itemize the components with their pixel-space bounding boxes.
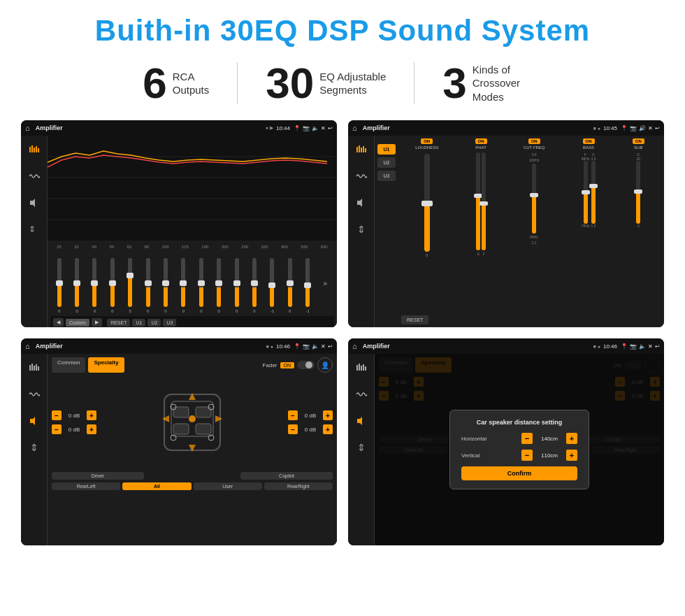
vol-right-front-minus[interactable]: −	[288, 410, 298, 420]
vol-right-rear-plus[interactable]: +	[323, 424, 333, 434]
eq-slider-10[interactable]: 0	[235, 258, 239, 313]
preset-u3[interactable]: U3	[377, 171, 396, 181]
car-svg	[154, 380, 231, 464]
sidebar-eq-icon-4[interactable]	[353, 359, 370, 376]
play-dot-4: ■ ●	[593, 344, 600, 349]
fader-person-icon[interactable]: 👤	[317, 357, 333, 373]
eq-u3-btn[interactable]: U3	[163, 319, 176, 327]
vol-left-front-minus[interactable]: −	[52, 410, 62, 420]
sidebar-speaker-icon-3[interactable]	[26, 413, 43, 429]
sidebar-eq-icon[interactable]	[26, 141, 43, 158]
btn-driver[interactable]: Driver	[52, 472, 144, 480]
sidebar-eq-icon-3[interactable]	[26, 359, 43, 376]
btn-rearleft[interactable]: RearLeft	[52, 482, 120, 490]
vol-left-rear-plus[interactable]: +	[87, 424, 96, 434]
eq-slider-7[interactable]: 0	[181, 258, 185, 313]
stat-eq: 30 EQ AdjustableSegments	[238, 62, 414, 105]
phat-slider-f[interactable]	[482, 152, 486, 250]
horizontal-minus[interactable]: −	[521, 433, 533, 444]
eq-next-btn[interactable]: ▶	[92, 318, 102, 327]
sidebar-wave-icon-4[interactable]	[353, 386, 370, 403]
phat-on[interactable]: ON	[475, 138, 487, 144]
eq-slider-0[interactable]: 0	[57, 258, 62, 313]
tab-common[interactable]: Common	[52, 357, 85, 373]
horizontal-plus[interactable]: +	[566, 433, 577, 444]
eq-slider-11[interactable]: 0	[252, 258, 257, 313]
vol-right-front-plus[interactable]: +	[323, 410, 333, 420]
play-dot-1: ● ▶	[266, 125, 273, 131]
eq-slider-3[interactable]: 0	[110, 258, 115, 313]
eq-u2-btn[interactable]: U2	[147, 319, 161, 327]
eq-slider-6[interactable]: 0	[164, 258, 168, 313]
sidebar-wave-icon-3[interactable]	[26, 386, 43, 403]
eq-slider-13[interactable]: 0	[288, 258, 292, 313]
btn-copilot[interactable]: Copilot	[240, 472, 333, 480]
btn-user[interactable]: User	[194, 482, 262, 490]
cutfreq-slider[interactable]	[532, 164, 536, 234]
vol-left-rear-minus[interactable]: −	[52, 424, 62, 434]
sidebar-speaker-icon-4[interactable]	[353, 413, 370, 429]
play-dot-3: ■ ●	[266, 344, 273, 349]
eq-slider-2[interactable]: 0	[92, 258, 96, 313]
sub-on[interactable]: ON	[633, 138, 644, 144]
eq-slider-1[interactable]: 0	[75, 258, 79, 313]
home-icon-2[interactable]: ⌂	[352, 124, 357, 132]
eq-slider-4[interactable]: 5	[128, 258, 132, 313]
sidebar-2: ⇕	[348, 136, 375, 327]
app-title-1: Amplifier	[36, 124, 263, 131]
eq-slider-12[interactable]: -1	[270, 258, 274, 313]
tab-specialty[interactable]: Specialty	[88, 357, 124, 373]
fader-label: Fader	[263, 362, 277, 368]
svg-rect-12	[356, 147, 358, 152]
fader-on-toggle[interactable]: ON	[280, 362, 295, 368]
btn-rearright[interactable]: RearRight	[264, 482, 333, 490]
eq-slider-expand[interactable]: »	[324, 280, 328, 287]
fader-slider-mini[interactable]	[297, 361, 315, 369]
stat-crossover-number: 3	[442, 62, 466, 105]
channel-bass: ON BASS F 90Hz	[582, 138, 596, 311]
eq-u1-btn[interactable]: U1	[132, 319, 145, 327]
home-icon-1[interactable]: ⌂	[25, 124, 30, 132]
vol-icon-3: 🔈	[312, 343, 319, 350]
vertical-plus[interactable]: +	[566, 450, 577, 461]
sidebar-wave-icon-2[interactable]	[353, 168, 370, 185]
sidebar-arrows-icon[interactable]: ⇕	[26, 221, 43, 238]
bass-slider-g[interactable]	[591, 161, 596, 224]
vertical-ctrl: − 110cm +	[521, 450, 577, 461]
horizontal-label: Horizontal	[461, 436, 496, 442]
home-icon-3[interactable]: ⌂	[25, 342, 30, 350]
cutfreq-on[interactable]: ON	[528, 138, 540, 144]
home-icon-4[interactable]: ⌂	[352, 342, 357, 350]
sub-slider-g[interactable]	[636, 161, 640, 224]
eq-reset-btn[interactable]: RESET	[107, 319, 130, 327]
vol-left-rear-val: 0 dB	[64, 427, 85, 433]
confirm-button[interactable]: Confirm	[461, 466, 577, 480]
sidebar-speaker-icon-2[interactable]	[353, 194, 370, 211]
loudness-on[interactable]: ON	[421, 138, 433, 144]
vol-left-front-plus[interactable]: +	[87, 410, 96, 420]
vol-right-rear-minus[interactable]: −	[288, 424, 298, 434]
sidebar-eq-icon-2[interactable]	[353, 141, 370, 158]
vertical-minus[interactable]: −	[521, 450, 533, 461]
sidebar-arrows-icon-4[interactable]: ⇕	[353, 439, 370, 456]
preset-u2[interactable]: U2	[377, 157, 396, 168]
sidebar-arrows-icon-3[interactable]: ⇕	[26, 439, 43, 456]
eq-slider-8[interactable]: 0	[199, 258, 203, 313]
eq-slider-9[interactable]: 0	[217, 258, 221, 313]
screen-crossover: ⌂ Amplifier ■ ● 10:45 📍 📷 🔊 ✕ ↩	[348, 120, 664, 327]
eq-slider-14[interactable]: -1	[305, 258, 310, 313]
cross-reset-btn[interactable]: RESET	[401, 315, 428, 324]
svg-rect-7	[48, 136, 337, 241]
eq-prev-btn[interactable]: ◀	[53, 318, 64, 327]
preset-u1[interactable]: U1	[377, 144, 396, 155]
eq-slider-5[interactable]: 0	[146, 258, 150, 313]
eq-custom-btn[interactable]: Custom	[66, 319, 89, 327]
sidebar-wave-icon[interactable]	[26, 168, 43, 185]
loudness-slider[interactable]	[424, 154, 430, 252]
bass-slider-f[interactable]	[584, 161, 588, 224]
sidebar-speaker-icon[interactable]	[26, 194, 43, 211]
sidebar-arrows-icon-2[interactable]: ⇕	[353, 221, 370, 238]
btn-all[interactable]: All	[122, 482, 191, 490]
stat-crossover: 3 Kinds ofCrossover Modes	[414, 62, 570, 105]
bass-on[interactable]: ON	[583, 138, 595, 144]
